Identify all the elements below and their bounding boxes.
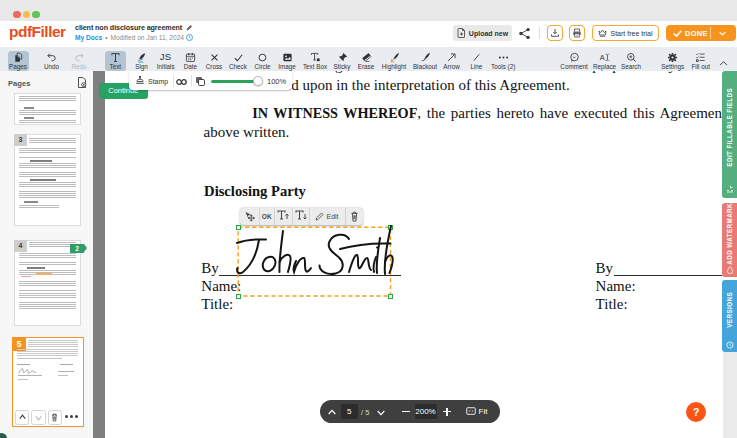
svg-text:A: A (600, 53, 605, 62)
